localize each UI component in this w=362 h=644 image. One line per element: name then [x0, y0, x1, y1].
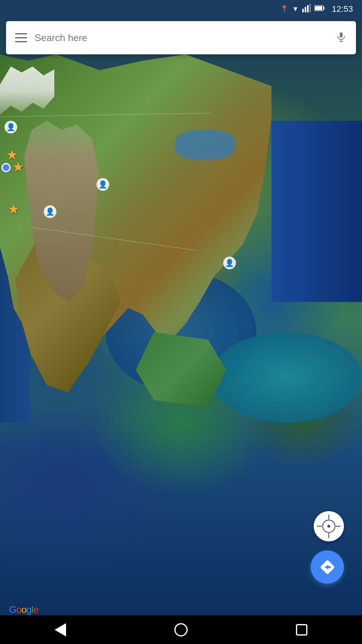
caribbean-sea: [211, 332, 362, 423]
svg-rect-0: [302, 9, 304, 12]
home-circle-icon: [174, 623, 188, 636]
navigation-bar: [0, 615, 362, 644]
google-logo: Google: [9, 604, 38, 615]
directions-icon: [319, 559, 336, 575]
mic-icon: [335, 31, 347, 43]
svg-rect-5: [323, 7, 325, 9]
recents-square-icon: [296, 624, 307, 636]
back-arrow-icon: [55, 623, 66, 636]
person-marker-4[interactable]: 👤: [223, 257, 236, 269]
locate-horizontal-right: [336, 526, 341, 527]
great-lakes: [175, 130, 235, 160]
star-icon-2: ★: [12, 160, 24, 174]
locate-icon: [322, 520, 335, 533]
svg-rect-2: [307, 5, 309, 12]
atlantic-ocean: [272, 121, 362, 302]
locate-horizontal-left: [317, 526, 322, 527]
svg-rect-1: [305, 7, 306, 12]
search-bar[interactable]: [6, 21, 356, 54]
star-marker-3[interactable]: ★: [8, 202, 20, 216]
hamburger-line-1: [15, 33, 27, 34]
person-icon-2: 👤: [97, 178, 109, 191]
signal-icon: [302, 4, 311, 14]
svg-rect-3: [310, 4, 311, 12]
directions-button[interactable]: [311, 550, 344, 584]
person-marker-2[interactable]: 👤: [97, 178, 109, 191]
mic-button[interactable]: [335, 31, 347, 44]
person-icon-4: 👤: [223, 257, 236, 269]
search-input[interactable]: [35, 32, 335, 43]
wifi-icon: ▼: [292, 5, 299, 13]
svg-rect-7: [340, 32, 343, 37]
hamburger-line-2: [15, 37, 27, 38]
locate-center-dot: [327, 525, 330, 528]
person-marker-3[interactable]: 👤: [44, 205, 56, 218]
map-container[interactable]: ★ ★ ★ 👤 👤 👤 👤: [0, 0, 362, 644]
current-location-marker: [2, 163, 11, 172]
status-time: 12:53: [332, 4, 353, 14]
person-marker-1[interactable]: 👤: [5, 121, 17, 133]
location-icon: 📍: [280, 5, 288, 13]
hamburger-line-3: [15, 41, 27, 42]
person-icon-1: 👤: [5, 121, 17, 133]
person-icon-3: 👤: [44, 205, 56, 218]
battery-icon: [314, 5, 325, 13]
locate-button[interactable]: [314, 511, 344, 541]
menu-button[interactable]: [15, 33, 27, 42]
back-button[interactable]: [50, 619, 71, 640]
svg-rect-6: [315, 6, 322, 10]
recents-button[interactable]: [291, 619, 312, 640]
star-icon-3: ★: [8, 202, 20, 216]
status-bar: 📍 ▼ 12:53: [0, 0, 362, 18]
status-icons: 📍 ▼ 12:53: [280, 4, 353, 14]
star-marker-2[interactable]: ★: [12, 160, 24, 174]
blue-dot-icon: [2, 163, 11, 172]
home-button[interactable]: [170, 619, 192, 640]
